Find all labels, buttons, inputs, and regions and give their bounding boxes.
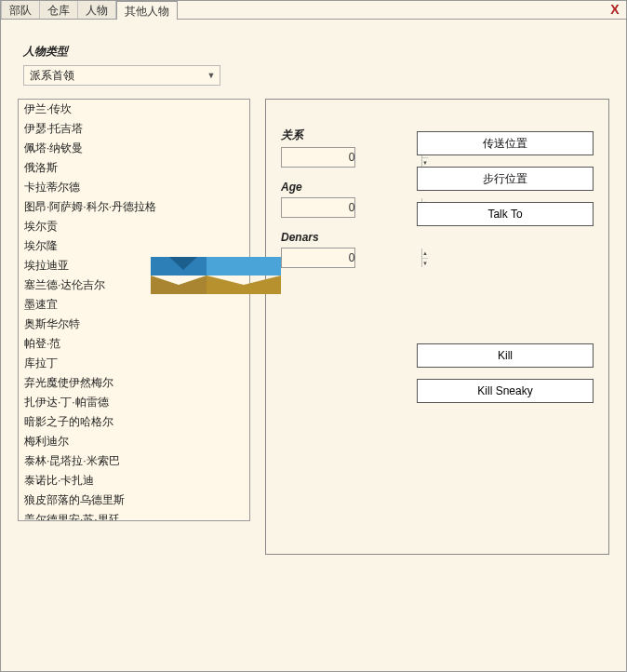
- list-item[interactable]: 墨速宜: [19, 295, 249, 315]
- tab-party[interactable]: 部队: [1, 1, 40, 19]
- list-item[interactable]: 卡拉蒂尔德: [19, 178, 249, 197]
- list-item[interactable]: 库拉丁: [19, 354, 249, 373]
- list-item[interactable]: 埃拉迪亚: [19, 256, 249, 276]
- list-item[interactable]: 盖尔德里安·苏·里廷: [19, 510, 249, 521]
- list-item[interactable]: 奥斯华尔特: [19, 315, 249, 334]
- list-item[interactable]: 扎伊达·丁·帕雷德: [19, 393, 249, 412]
- spin-down-icon[interactable]: ▼: [422, 259, 428, 268]
- list-item[interactable]: 图昂·阿萨姆·科尔·丹德拉格: [19, 197, 249, 217]
- list-item[interactable]: 伊瑟·托吉塔: [19, 119, 249, 139]
- list-item[interactable]: 埃尔隆: [19, 236, 249, 256]
- app-window: 部队 仓库 人物 其他人物 X 人物类型 派系首领 ▼ 伊兰·传坎伊瑟·托吉塔佩…: [0, 0, 627, 672]
- detail-panel: 关系 ▲▼ Age ▲▼ Denars ▲▼: [265, 99, 609, 555]
- list-item[interactable]: 梅利迪尔: [19, 432, 249, 451]
- kill-button[interactable]: Kill: [417, 343, 594, 368]
- list-item[interactable]: 伊兰·传坎: [19, 100, 249, 119]
- denars-input[interactable]: [282, 249, 421, 267]
- close-button[interactable]: X: [606, 1, 624, 18]
- list-item[interactable]: 暗影之子的哈格尔: [19, 412, 249, 432]
- list-item[interactable]: 佩塔·纳钦曼: [19, 139, 249, 158]
- label-denars: Denars: [281, 231, 365, 244]
- denars-spinner[interactable]: ▲▼: [281, 248, 355, 268]
- list-item[interactable]: 埃尔贡: [19, 217, 249, 236]
- tab-bar: 部队 仓库 人物 其他人物 X: [1, 1, 626, 20]
- walk-to-button[interactable]: 步行位置: [417, 167, 594, 191]
- relation-spinner[interactable]: ▲▼: [281, 147, 355, 168]
- age-spinner[interactable]: ▲▼: [281, 197, 355, 218]
- list-item[interactable]: 泰诺比·卡扎迪: [19, 471, 249, 491]
- label-relation: 关系: [281, 128, 365, 143]
- kill-sneaky-button[interactable]: Kill Sneaky: [417, 379, 594, 403]
- tab-content: 人物类型 派系首领 ▼ 伊兰·传坎伊瑟·托吉塔佩塔·纳钦曼俄洛斯卡拉蒂尔德图昂·…: [1, 20, 626, 671]
- tab-warehouse[interactable]: 仓库: [40, 1, 78, 19]
- label-age: Age: [281, 181, 365, 194]
- talk-to-button[interactable]: Talk To: [417, 202, 594, 226]
- teleport-button[interactable]: 传送位置: [417, 131, 594, 155]
- spin-up-icon[interactable]: ▲: [422, 249, 428, 259]
- list-item[interactable]: 塞兰德·达伦吉尔: [19, 276, 249, 295]
- list-item[interactable]: 狼皮部落的乌德里斯: [19, 491, 249, 510]
- section-title-character-type: 人物类型: [23, 44, 609, 60]
- list-item[interactable]: 帕登·范: [19, 334, 249, 354]
- chevron-down-icon: ▼: [203, 71, 220, 80]
- list-item[interactable]: 泰林·昆塔拉·米索巴: [19, 451, 249, 471]
- tab-characters[interactable]: 人物: [78, 1, 116, 19]
- character-listbox[interactable]: 伊兰·传坎伊瑟·托吉塔佩塔·纳钦曼俄洛斯卡拉蒂尔德图昂·阿萨姆·科尔·丹德拉格埃…: [18, 99, 250, 521]
- tab-other-characters[interactable]: 其他人物: [116, 1, 178, 20]
- character-type-dropdown[interactable]: 派系首领 ▼: [23, 65, 220, 86]
- dropdown-selected-label: 派系首领: [24, 68, 203, 84]
- list-item[interactable]: 弃光魔使伊然梅尔: [19, 373, 249, 393]
- list-item[interactable]: 俄洛斯: [19, 158, 249, 178]
